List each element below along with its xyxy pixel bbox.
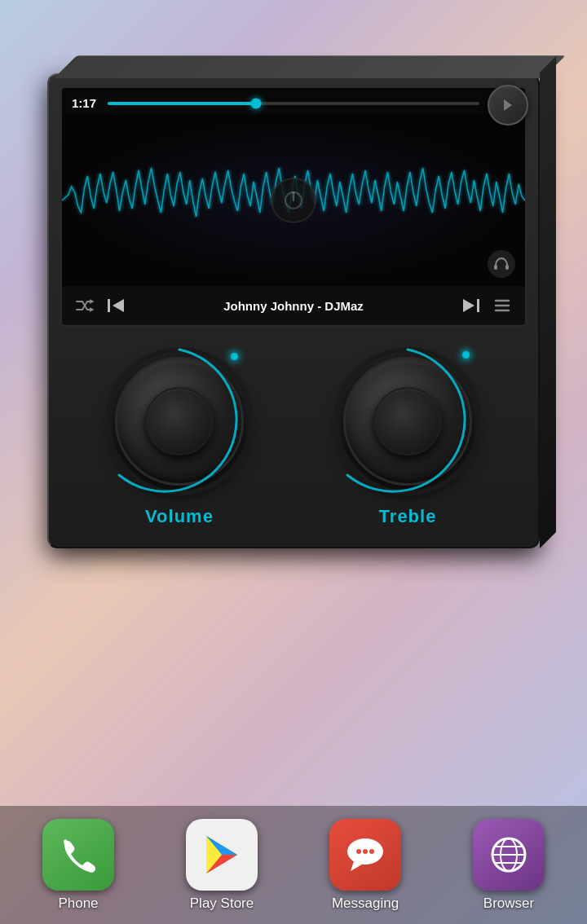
menu-icon bbox=[494, 299, 510, 312]
prev-button[interactable] bbox=[103, 293, 129, 319]
treble-knob-container: Treble bbox=[331, 345, 484, 527]
progress-fill bbox=[108, 102, 256, 105]
phone-icon bbox=[42, 819, 114, 891]
svg-rect-4 bbox=[505, 265, 509, 270]
volume-arc-svg bbox=[103, 345, 256, 498]
treble-label: Treble bbox=[379, 506, 437, 527]
time-current: 1:17 bbox=[72, 96, 99, 110]
svg-rect-3 bbox=[494, 265, 497, 270]
next-icon bbox=[461, 297, 481, 314]
center-icon bbox=[271, 178, 316, 223]
treble-arc-svg bbox=[331, 345, 484, 498]
messaging-label: Messaging bbox=[332, 895, 399, 912]
svg-point-14 bbox=[336, 350, 479, 493]
dock-item-messaging[interactable]: Messaging bbox=[329, 819, 401, 912]
headphone-symbol bbox=[493, 257, 510, 271]
dock-item-browser[interactable]: Browser bbox=[473, 819, 545, 912]
messaging-symbol bbox=[344, 835, 386, 874]
prev-icon bbox=[106, 297, 126, 314]
browser-label: Browser bbox=[483, 895, 534, 912]
headphone-icon[interactable] bbox=[488, 250, 515, 278]
messaging-icon bbox=[329, 819, 401, 891]
dock-item-phone[interactable]: Phone bbox=[42, 819, 114, 912]
dock-item-playstore[interactable]: Play Store bbox=[186, 819, 258, 912]
svg-point-23 bbox=[369, 849, 374, 854]
treble-arc-dot bbox=[462, 351, 470, 359]
skip-forward-button[interactable] bbox=[488, 85, 528, 125]
phone-label: Phone bbox=[58, 895, 98, 912]
volume-arc-dot bbox=[231, 353, 238, 360]
dock: Phone Play Store Messaging bbox=[0, 806, 587, 924]
playstore-symbol bbox=[200, 833, 244, 877]
playstore-icon bbox=[186, 819, 258, 891]
browser-icon bbox=[473, 819, 545, 891]
player-widget: 1:17 3:10 bbox=[47, 73, 540, 548]
chevron-right-icon bbox=[500, 97, 516, 113]
shuffle-icon bbox=[76, 299, 94, 312]
phone-symbol bbox=[58, 834, 99, 875]
controls-bar: Johnny Johnny - DJMaz bbox=[62, 286, 525, 325]
svg-marker-0 bbox=[504, 99, 512, 111]
track-title: Johnny Johnny - DJMaz bbox=[134, 299, 453, 313]
knobs-section: Volume Treble bbox=[49, 327, 538, 534]
volume-knob-container: Volume bbox=[103, 345, 256, 527]
svg-point-21 bbox=[356, 849, 361, 854]
progress-row: 1:17 3:10 bbox=[62, 88, 525, 115]
svg-point-22 bbox=[363, 849, 368, 854]
menu-button[interactable] bbox=[489, 293, 515, 319]
browser-symbol bbox=[487, 833, 531, 877]
power-icon bbox=[282, 189, 305, 212]
svg-marker-6 bbox=[113, 299, 124, 312]
volume-label: Volume bbox=[145, 506, 214, 527]
next-button[interactable] bbox=[458, 293, 484, 319]
svg-point-12 bbox=[108, 350, 251, 493]
svg-marker-8 bbox=[463, 299, 474, 312]
treble-knob-outer[interactable] bbox=[331, 345, 484, 498]
playstore-label: Play Store bbox=[190, 895, 254, 912]
volume-knob-outer[interactable] bbox=[103, 345, 256, 498]
svg-rect-7 bbox=[477, 299, 479, 312]
svg-rect-5 bbox=[108, 299, 110, 312]
player-screen: 1:17 3:10 bbox=[60, 86, 527, 327]
shuffle-button[interactable] bbox=[72, 293, 98, 319]
progress-thumb bbox=[251, 98, 262, 108]
progress-track[interactable] bbox=[108, 102, 479, 105]
waveform bbox=[62, 115, 525, 286]
